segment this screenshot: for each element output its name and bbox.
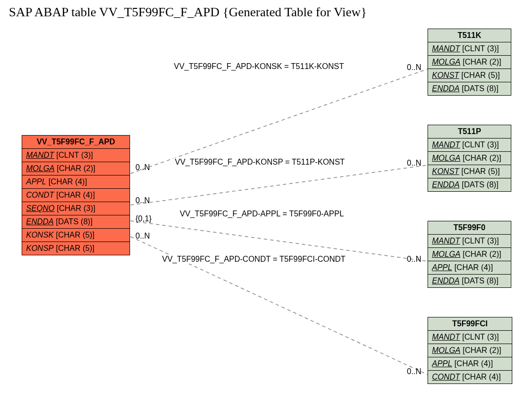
entity-field: KONST [CHAR (5)] [428,69,511,82]
entity-t511k: T511K MANDT [CLNT (3)] MOLGA [CHAR (2)] … [428,29,511,96]
card-right-1: 0..N [407,63,421,72]
entity-field: APPL [CHAR (4)] [428,357,512,371]
svg-line-1 [131,165,428,205]
entity-t511p: T511P MANDT [CLNT (3)] MOLGA [CHAR (2)] … [428,125,511,192]
entity-t5f99f0-header: T5F99F0 [428,221,511,235]
card-right-3: 0..N [407,255,421,264]
rel-label-2: VV_T5F99FC_F_APD-KONSP = T511P-KONST [173,158,346,167]
entity-field: CONDT [CHAR (4)] [22,189,130,202]
entity-field: MANDT [CLNT (3)] [428,331,512,344]
entity-field: APPL [CHAR (4)] [428,261,511,275]
entity-field: ENDDA [DATS (8)] [428,275,511,287]
entity-t5f99f0: T5F99F0 MANDT [CLNT (3)] MOLGA [CHAR (2)… [428,221,511,288]
entity-main: VV_T5F99FC_F_APD MANDT [CLNT (3)] MOLGA … [22,135,130,255]
card-left-2: 0..N [135,196,150,205]
rel-label-4: VV_T5F99FC_F_APD-CONDT = T5F99FCI-CONDT [161,255,347,264]
entity-field: ENDDA [DATS (8)] [428,178,511,191]
card-left-4: 0..N [135,232,150,241]
entity-t5f99fci-header: T5F99FCI [428,317,512,331]
card-right-4: 0..N [407,367,421,376]
entity-field: MOLGA [CHAR (2)] [428,152,511,165]
entity-field: MOLGA [CHAR (2)] [428,248,511,261]
entity-t511p-header: T511P [428,125,511,139]
entity-field: ENDDA [DATS (8)] [428,82,511,95]
entity-field: MANDT [CLNT (3)] [428,139,511,152]
entity-field: MOLGA [CHAR (2)] [428,344,512,357]
rel-label-1: VV_T5F99FC_F_APD-KONSK = T511K-KONST [172,62,345,71]
entity-t511k-header: T511K [428,29,511,42]
entity-field: MANDT [CLNT (3)] [22,149,130,162]
entity-field: MOLGA [CHAR (2)] [22,162,130,175]
entity-t5f99fci: T5F99FCI MANDT [CLNT (3)] MOLGA [CHAR (2… [428,317,512,384]
entity-field: KONSP [CHAR (5)] [22,242,130,255]
entity-main-header: VV_T5F99FC_F_APD [22,136,130,149]
entity-field: MANDT [CLNT (3)] [428,42,511,56]
page-title: SAP ABAP table VV_T5F99FC_F_APD {Generat… [9,5,367,20]
card-left-3: {0,1} [135,214,152,223]
entity-field: ENDDA [DATS (8)] [22,215,130,229]
entity-field: MOLGA [CHAR (2)] [428,56,511,69]
entity-field: KONST [CHAR (5)] [428,165,511,178]
rel-label-3: VV_T5F99FC_F_APD-APPL = T5F99F0-APPL [178,209,345,218]
entity-field: KONSK [CHAR (5)] [22,229,130,242]
entity-field: CONDT [CHAR (4)] [428,371,512,383]
card-right-2: 0..N [407,159,421,168]
card-left-1: 0..N [135,163,150,172]
entity-field: SEQNO [CHAR (3)] [22,202,130,215]
entity-field: APPL [CHAR (4)] [22,175,130,189]
entity-field: MANDT [CLNT (3)] [428,235,511,248]
